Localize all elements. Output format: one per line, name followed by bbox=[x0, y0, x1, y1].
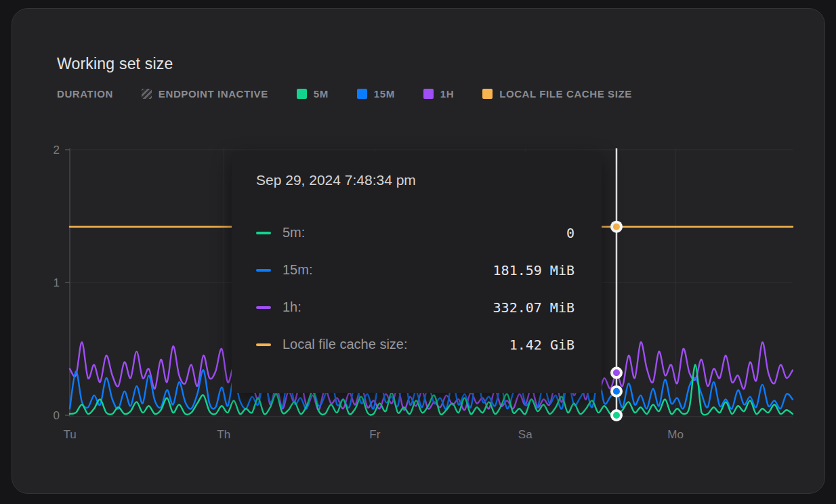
chart-tooltip: Sep 29, 2024 7:48:34 pm 5m: 0 15m: 181.5… bbox=[232, 152, 602, 393]
x-tick-label: Tu bbox=[63, 428, 76, 441]
highlight-dot-15m bbox=[613, 388, 620, 395]
tooltip-row-15m: 15m: 181.59 MiB bbox=[256, 251, 574, 289]
x-tick-label: Fr bbox=[369, 428, 380, 441]
y-tick-label: 2 bbox=[54, 144, 60, 156]
x-tick-label: Mo bbox=[667, 428, 684, 441]
series-dash-icon bbox=[256, 343, 271, 346]
tooltip-row-label: 5m: bbox=[283, 225, 305, 240]
tooltip-row-value: 1.42 GiB bbox=[509, 337, 574, 353]
highlight-dot-1h bbox=[613, 369, 620, 376]
tooltip-row-label: 1h: bbox=[283, 299, 301, 315]
series-dash-icon bbox=[256, 269, 271, 272]
tooltip-row-5m: 5m: 0 bbox=[256, 214, 574, 251]
series-dash-icon bbox=[256, 306, 271, 309]
series-dash-icon bbox=[256, 232, 271, 234]
y-tick-label: 0 bbox=[54, 409, 60, 422]
tooltip-row-label: 15m: bbox=[283, 262, 312, 278]
tooltip-row-label: Local file cache size: bbox=[283, 337, 408, 352]
x-tick-label: Sa bbox=[518, 428, 532, 441]
tooltip-row-value: 0 bbox=[566, 225, 574, 241]
highlight-dot-local-file-cache-size bbox=[613, 224, 620, 230]
tooltip-row-1h: 1h: 332.07 MiB bbox=[256, 289, 574, 326]
tooltip-row-value: 332.07 MiB bbox=[493, 299, 574, 316]
tooltip-row-local-file-cache-size: Local file cache size: 1.42 GiB bbox=[256, 326, 574, 363]
y-tick-label: 1 bbox=[54, 276, 60, 289]
highlight-dot-5m bbox=[613, 412, 620, 419]
tooltip-timestamp: Sep 29, 2024 7:48:34 pm bbox=[256, 172, 574, 188]
tooltip-row-value: 181.59 MiB bbox=[493, 262, 574, 278]
x-tick-label: Th bbox=[217, 428, 230, 441]
